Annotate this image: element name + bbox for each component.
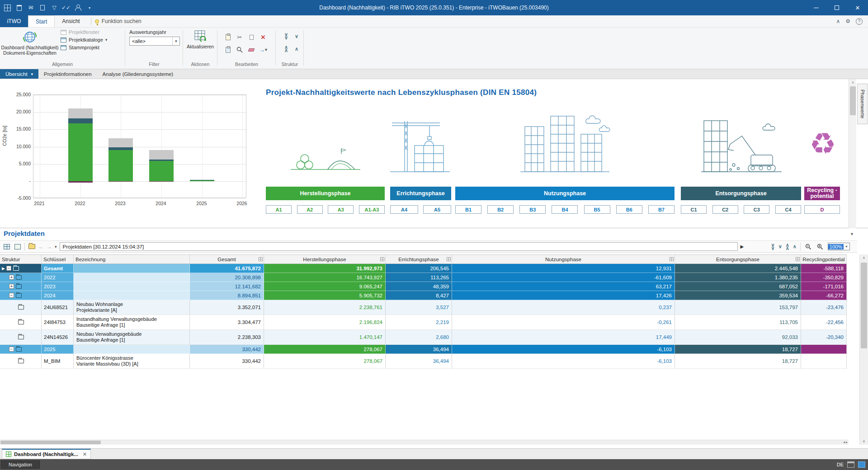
scrollbar-thumb[interactable] bbox=[0, 441, 101, 444]
navigate-forward-icon[interactable]: → bbox=[47, 244, 52, 250]
navigate-back-icon[interactable]: ← bbox=[38, 244, 44, 250]
phase-button-A4[interactable]: A4 bbox=[390, 205, 418, 214]
column-grid-icon[interactable] bbox=[670, 257, 674, 261]
table-row-24I84753[interactable]: 24I84753Instandhaltung Verwaltungsgebäud… bbox=[0, 315, 847, 330]
phase-button-B4[interactable]: B4 bbox=[552, 205, 578, 214]
chevron-down-icon[interactable]: ▾ bbox=[55, 244, 57, 249]
column-header-errichtungsphase[interactable]: Errichtungsphase bbox=[386, 255, 452, 263]
phase-bar-D[interactable]: Recycling - potential bbox=[804, 187, 840, 200]
table-row-M_BIM[interactable]: M_BIMBürocenter KönigsstrasseVariante Ma… bbox=[0, 354, 847, 369]
chevron-down-icon[interactable]: ▼ bbox=[844, 245, 849, 248]
eraser-icon[interactable] bbox=[246, 44, 257, 56]
collapse-all-rows-icon[interactable]: ∧∧ bbox=[786, 244, 789, 250]
scroll-left-icon[interactable]: ◂ bbox=[843, 440, 845, 444]
restore-button[interactable] bbox=[826, 0, 847, 15]
copy-icon[interactable] bbox=[246, 31, 257, 43]
table-row-24N14526[interactable]: 24N14526Neubau VerwaltungsgebäudeBauseit… bbox=[0, 330, 847, 345]
phase-bar-A1[interactable]: Herstellungsphase bbox=[266, 187, 385, 200]
copy-icon[interactable] bbox=[39, 4, 46, 11]
expand-rows-icon[interactable]: ∨ bbox=[778, 245, 782, 248]
phase-bar-A4[interactable]: Errichtungsphase bbox=[390, 187, 451, 200]
gear-icon[interactable]: ⚙ bbox=[845, 18, 850, 24]
phase-button-B1[interactable]: B1 bbox=[455, 205, 481, 214]
help-icon[interactable]: ? bbox=[856, 18, 863, 25]
column-grid-icon[interactable] bbox=[380, 257, 384, 261]
horizontal-scrollbar[interactable]: ◂▸ bbox=[0, 440, 849, 445]
app-icon[interactable] bbox=[4, 4, 11, 11]
row-expander-icon[interactable]: − bbox=[9, 347, 14, 352]
expand-icon[interactable]: ∨ bbox=[292, 30, 301, 42]
qat-dropdown-icon[interactable]: ▾ bbox=[86, 4, 93, 11]
phase-bar-C1[interactable]: Entsorgungsphase bbox=[681, 187, 801, 200]
column-header-gesamt[interactable]: Gesamt bbox=[190, 255, 264, 263]
phase-button-C3[interactable]: C3 bbox=[744, 205, 769, 214]
table-row-2025[interactable]: −2025330,442278,06736,494-6,10318,727 bbox=[0, 345, 847, 354]
minimize-button[interactable] bbox=[806, 0, 826, 15]
scroll-up-icon[interactable]: ∧ bbox=[860, 254, 868, 261]
expand-path-icon[interactable]: ▶ bbox=[741, 244, 744, 249]
language-indicator[interactable]: DE bbox=[837, 462, 844, 467]
collapse-icon[interactable]: ∧ bbox=[292, 43, 301, 55]
close-icon[interactable]: ✕ bbox=[83, 451, 87, 457]
phase-button-A1-A3[interactable]: A1-A3 bbox=[359, 205, 385, 214]
auswertungsjahr-select[interactable]: <alle> ▼ bbox=[129, 37, 180, 46]
phase-button-B3[interactable]: B3 bbox=[519, 205, 546, 214]
phase-button-C2[interactable]: C2 bbox=[712, 205, 738, 214]
close-button[interactable]: ✕ bbox=[847, 0, 868, 15]
tab-analyse[interactable]: Analyse (Gliederungssysteme) bbox=[97, 69, 179, 79]
zoom-out-icon[interactable] bbox=[804, 243, 812, 251]
table-row-Gesamt[interactable]: ▶−Gesamt41.675,87231.992,973206,54512,93… bbox=[0, 264, 847, 273]
zoom-level-input[interactable]: 100% ▼ bbox=[828, 243, 850, 250]
projektkataloge-button[interactable]: Projektkataloge ▾ bbox=[61, 37, 107, 42]
phase-button-D[interactable]: D bbox=[804, 205, 840, 214]
document-icon[interactable] bbox=[15, 4, 23, 11]
tab-itwo[interactable]: iTWO bbox=[0, 15, 28, 27]
phase-button-B2[interactable]: B2 bbox=[487, 205, 514, 214]
phase-button-C4[interactable]: C4 bbox=[775, 205, 801, 214]
scroll-down-icon[interactable]: ∨ bbox=[860, 438, 868, 445]
column-grid-icon[interactable] bbox=[259, 257, 263, 261]
tab-uebersicht[interactable]: Übersicht▾ bbox=[0, 69, 38, 79]
phase-button-B7[interactable]: B7 bbox=[648, 205, 675, 214]
phase-button-B6[interactable]: B6 bbox=[616, 205, 642, 214]
bottom-tab-dashboard[interactable]: Dashboard (Nachhaltigk... ✕ bbox=[2, 449, 91, 459]
paste-special-icon[interactable] bbox=[222, 44, 233, 56]
delete-icon[interactable]: ✕ bbox=[258, 31, 269, 43]
tab-projektinformationen[interactable]: Projektinformationen bbox=[38, 69, 97, 79]
table-view-icon[interactable] bbox=[3, 243, 11, 251]
column-header-bezeichnung[interactable]: Bezeichnung bbox=[74, 255, 190, 263]
vertical-scrollbar-table[interactable]: ∧ ∨ bbox=[859, 254, 868, 445]
phase-button-A5[interactable]: A5 bbox=[423, 205, 451, 214]
tab-ansicht[interactable]: Ansicht bbox=[55, 15, 87, 27]
chevron-down-icon[interactable]: ▼ bbox=[850, 232, 854, 236]
tab-start[interactable]: Start bbox=[28, 15, 55, 27]
column-header-struktur[interactable]: Struktur bbox=[0, 255, 42, 263]
column-grid-icon[interactable] bbox=[796, 257, 800, 261]
aktualisieren-button[interactable]: Aktualisieren bbox=[184, 28, 216, 49]
folder-icon[interactable] bbox=[28, 243, 36, 251]
zoom-in-icon[interactable] bbox=[816, 243, 824, 251]
table-row-2022[interactable]: +202220.308,89816.743,927113,265-61,6091… bbox=[0, 273, 847, 282]
search-icon[interactable] bbox=[234, 44, 245, 56]
scrollbar-thumb[interactable] bbox=[850, 86, 856, 115]
phase-button-A3[interactable]: A3 bbox=[328, 205, 354, 214]
mail-icon[interactable]: ✉ bbox=[27, 4, 34, 11]
paste-icon[interactable] bbox=[222, 31, 233, 43]
table-row-24U68521[interactable]: 24U68521Neubau WohnanlageProjektvariante… bbox=[0, 300, 847, 315]
phase-button-A2[interactable]: A2 bbox=[297, 205, 323, 214]
chevron-down-icon[interactable]: ▾ bbox=[31, 72, 33, 76]
table-columns-icon[interactable] bbox=[14, 243, 22, 251]
phase-button-C1[interactable]: C1 bbox=[681, 205, 707, 214]
vertical-scrollbar-top[interactable]: ∧ bbox=[849, 79, 856, 228]
column-header-recyclingpotential[interactable]: Recyclingpotential bbox=[801, 255, 847, 263]
row-expander-icon[interactable]: + bbox=[9, 284, 14, 289]
double-check-icon[interactable]: ✓✓ bbox=[62, 4, 70, 11]
collapse-ribbon-icon[interactable]: ∧ bbox=[836, 18, 840, 24]
row-expander-icon[interactable]: + bbox=[9, 275, 14, 280]
expand-all-icon[interactable]: ∨∨ bbox=[281, 30, 292, 42]
phase-button-A1[interactable]: A1 bbox=[266, 205, 292, 214]
navigation-button[interactable]: Navigation bbox=[1, 461, 40, 469]
goto-icon[interactable]: →▾ bbox=[258, 44, 269, 56]
cut-icon[interactable]: ✂ bbox=[234, 31, 245, 43]
collapse-rows-icon[interactable]: ∧ bbox=[793, 245, 797, 248]
